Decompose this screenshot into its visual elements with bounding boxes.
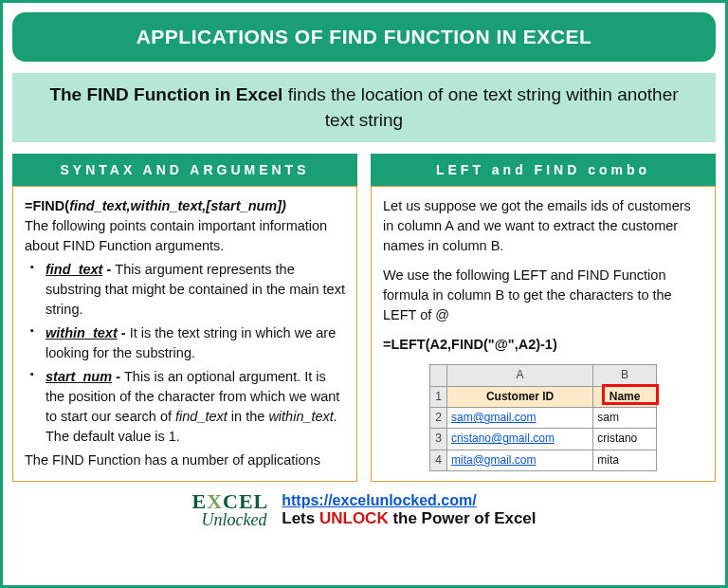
- site-link[interactable]: https://excelunlocked.com/: [282, 492, 476, 508]
- page-title: APPLICATIONS OF FIND FUNCTION IN EXCEL: [12, 12, 716, 62]
- email-link-1[interactable]: sam@gmail.com: [451, 411, 537, 424]
- syntax-panel: SYNTAX AND ARGUMENTS =FIND(find_text,wit…: [12, 154, 357, 482]
- subtitle: The FIND Function in Excel finds the loc…: [12, 73, 716, 142]
- cell-a2: sam@gmail.com: [447, 408, 593, 429]
- email-link-2[interactable]: cristano@gmail.com: [451, 432, 555, 445]
- corner-cell: [430, 365, 447, 386]
- combo-p2: We use the following LEFT and FIND Funct…: [383, 266, 703, 325]
- subtitle-bold: The FIND Function in Excel: [49, 84, 282, 104]
- cell-b2: sam: [593, 408, 657, 429]
- cell-b4: mita: [593, 450, 657, 470]
- col-b-header: B: [593, 365, 657, 386]
- subtitle-rest: finds the location of one text string wi…: [282, 84, 678, 130]
- logo: EXCEL Unlocked: [191, 489, 268, 530]
- syntax-outro: The FIND Function has a number of applic…: [25, 450, 345, 470]
- syntax-intro: The following points contain important i…: [25, 216, 345, 256]
- combo-panel: LEFT and FIND combo Let us suppose we go…: [371, 154, 716, 482]
- cell-b3: cristano: [593, 429, 657, 450]
- syntax-header: SYNTAX AND ARGUMENTS: [12, 154, 357, 186]
- tagline: Lets UNLOCK the Power of Excel: [282, 509, 536, 528]
- cell-a3: cristano@gmail.com: [447, 429, 593, 450]
- cell-b1: Name: [593, 386, 657, 407]
- cell-a1: Customer ID: [447, 386, 593, 407]
- excel-table: AB 1Customer IDName 2sam@gmail.comsam 3c…: [429, 364, 657, 471]
- email-link-3[interactable]: mita@gmail.com: [451, 453, 537, 467]
- row-1-header: 1: [430, 386, 447, 407]
- row-3-header: 3: [430, 429, 447, 450]
- combo-formula: =LEFT(A2,FIND("@",A2)-1): [383, 335, 703, 355]
- combo-p1: Let us suppose we got the emails ids of …: [383, 196, 703, 256]
- footer: EXCEL Unlocked https://excelunlocked.com…: [12, 489, 716, 530]
- row-4-header: 4: [430, 450, 447, 470]
- arg-find-text: find_text - This argument represents the…: [30, 260, 345, 320]
- cell-a4: mita@gmail.com: [447, 450, 593, 470]
- row-2-header: 2: [430, 408, 447, 429]
- combo-header: LEFT and FIND combo: [371, 154, 716, 186]
- syntax-formula: =FIND(find_text,within_text,[start_num]): [25, 196, 345, 216]
- arg-start-num: start_num - This is an optional argument…: [30, 367, 345, 447]
- col-a-header: A: [447, 365, 593, 386]
- arg-within-text: within_text - It is the text string in w…: [30, 323, 345, 363]
